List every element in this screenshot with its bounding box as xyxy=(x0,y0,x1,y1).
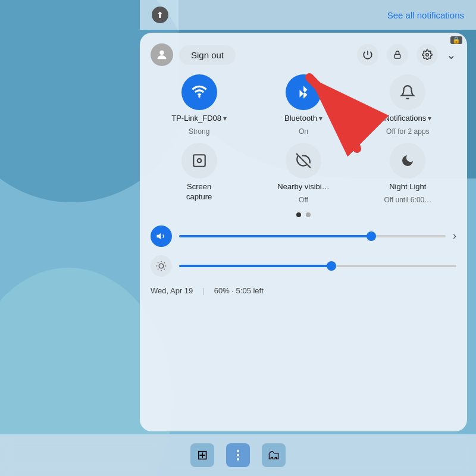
footer-date: Wed, Apr 19 xyxy=(151,286,193,295)
power-button[interactable] xyxy=(357,44,378,65)
quick-tiles-grid: 🔒 TP-Link_FD08 ▾ Strong Bluetooth ▾ On xyxy=(151,74,456,204)
lock-button[interactable] xyxy=(387,44,408,65)
volume-slider-thumb[interactable] xyxy=(367,231,376,241)
nearby-tile-icon xyxy=(286,143,321,178)
pagination-dot-1[interactable] xyxy=(296,212,301,217)
wifi-tile-sublabel: Strong xyxy=(189,127,209,136)
settings-button[interactable] xyxy=(416,44,438,65)
screen-capture-tile-label: Screen capture xyxy=(186,182,212,202)
svg-point-2 xyxy=(426,54,429,57)
qs-header: Sign out ⌄ xyxy=(151,43,456,66)
brightness-slider-row xyxy=(151,255,456,277)
notifications-tile-chevron: ▾ xyxy=(428,114,431,123)
svg-point-0 xyxy=(159,51,164,55)
notification-up-icon: ⬆ xyxy=(152,7,168,23)
footer-divider: | xyxy=(202,286,204,295)
bluetooth-tile-label: Bluetooth xyxy=(284,114,317,124)
notifications-label-row: Notifications ▾ xyxy=(384,114,431,124)
avatar[interactable] xyxy=(151,43,173,66)
notification-bar: ⬆ See all notifications xyxy=(140,0,476,30)
bluetooth-tile-icon xyxy=(286,74,321,110)
bluetooth-tile-chevron: ▾ xyxy=(319,114,322,123)
sign-out-button[interactable]: Sign out xyxy=(179,45,236,65)
wifi-tile-chevron: ▾ xyxy=(223,114,227,123)
volume-slider-row: › xyxy=(151,226,456,247)
svg-rect-1 xyxy=(394,54,400,58)
qs-footer: Wed, Apr 19 | 60% · 5:05 left xyxy=(151,285,456,295)
nearby-tile-label: Nearby visibi… xyxy=(277,182,329,192)
svg-marker-6 xyxy=(157,233,161,240)
bluetooth-label-row: Bluetooth ▾ xyxy=(284,114,322,124)
svg-line-11 xyxy=(164,269,165,270)
taskbar-icon-2[interactable] xyxy=(226,443,250,467)
notifications-tile[interactable]: Notifications ▾ Off for 2 apps xyxy=(359,74,456,136)
pagination-dot-2[interactable] xyxy=(306,212,311,217)
svg-line-10 xyxy=(158,262,158,263)
see-all-notifications-link[interactable]: See all notifications xyxy=(387,10,464,20)
night-light-tile-sublabel: Off until 6:00… xyxy=(384,196,431,204)
svg-point-18 xyxy=(237,454,239,456)
wifi-tile-label: TP-Link_FD08 xyxy=(171,114,221,124)
nearby-tile-sublabel: Off xyxy=(299,196,308,204)
screen-capture-tile[interactable]: Screen capture xyxy=(151,143,248,204)
notifications-tile-label: Notifications xyxy=(384,114,426,124)
screen-capture-tile-icon xyxy=(181,143,217,178)
svg-point-19 xyxy=(237,458,239,461)
wifi-tile-icon: 🔒 xyxy=(181,74,217,110)
bluetooth-tile[interactable]: Bluetooth ▾ On xyxy=(255,74,352,136)
taskbar: ⊞ 🗂 xyxy=(0,434,476,476)
header-chevron-icon[interactable]: ⌄ xyxy=(446,48,456,62)
volume-slider-fill xyxy=(179,235,371,237)
header-icons: ⌄ xyxy=(357,44,456,65)
night-light-tile[interactable]: Night Light Off until 6:00… xyxy=(359,143,456,204)
brightness-icon-button[interactable] xyxy=(151,255,172,277)
brightness-slider-fill xyxy=(179,265,331,267)
svg-rect-4 xyxy=(193,155,205,167)
svg-rect-3 xyxy=(198,96,201,98)
taskbar-icon-3[interactable]: 🗂 xyxy=(262,443,286,467)
svg-point-5 xyxy=(197,159,201,163)
pagination-dots xyxy=(151,212,456,217)
bluetooth-tile-sublabel: On xyxy=(299,127,308,136)
svg-line-15 xyxy=(164,262,165,263)
notifications-tile-icon xyxy=(390,74,425,110)
svg-point-17 xyxy=(237,450,239,452)
wifi-label-row: TP-Link_FD08 ▾ xyxy=(171,114,227,124)
volume-icon-button[interactable] xyxy=(151,226,172,247)
taskbar-icon-1[interactable]: ⊞ xyxy=(190,443,214,467)
brightness-slider-track[interactable] xyxy=(179,265,456,267)
svg-line-14 xyxy=(158,269,158,270)
night-light-tile-label: Night Light xyxy=(389,182,426,192)
quick-settings-panel: Sign out ⌄ 🔒 TP-Link_FD08 ▾ xyxy=(140,33,467,431)
svg-point-7 xyxy=(159,264,164,268)
brightness-slider-thumb[interactable] xyxy=(327,261,336,271)
volume-slider-track[interactable] xyxy=(179,235,446,237)
night-light-tile-icon xyxy=(390,143,425,178)
notifications-tile-sublabel: Off for 2 apps xyxy=(386,127,430,136)
footer-battery: 60% · 5:05 left xyxy=(214,286,264,295)
volume-expand-arrow[interactable]: › xyxy=(453,230,456,242)
wifi-tile[interactable]: 🔒 TP-Link_FD08 ▾ Strong xyxy=(151,74,248,136)
nearby-tile[interactable]: Nearby visibi… Off xyxy=(255,143,352,204)
